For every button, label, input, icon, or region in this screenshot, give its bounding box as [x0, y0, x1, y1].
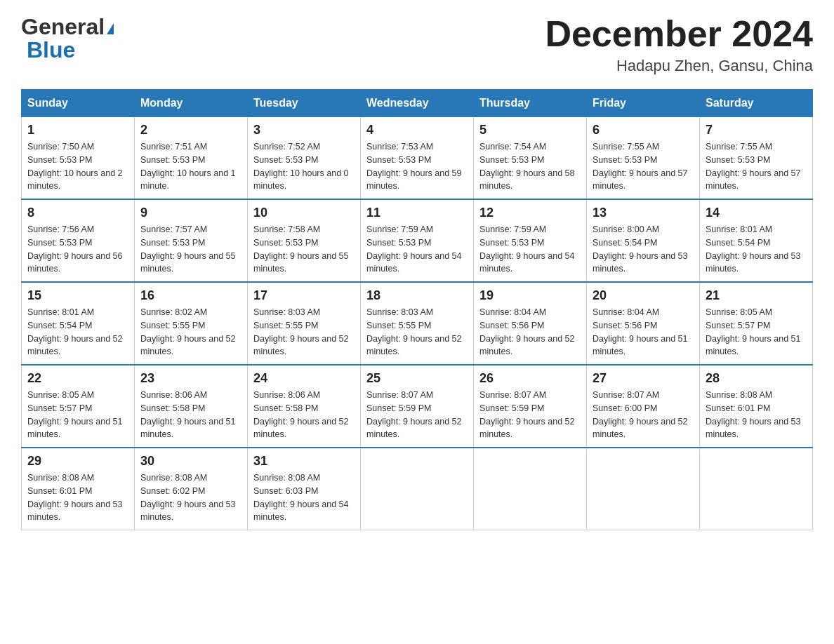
title-block: December 2024 Hadapu Zhen, Gansu, China: [545, 14, 813, 75]
calendar-cell: 21 Sunrise: 8:05 AMSunset: 5:57 PMDaylig…: [700, 282, 813, 365]
day-info: Sunrise: 8:01 AMSunset: 5:54 PMDaylight:…: [706, 224, 801, 274]
calendar-cell: 27 Sunrise: 8:07 AMSunset: 6:00 PMDaylig…: [587, 365, 700, 448]
day-number: 15: [27, 288, 128, 303]
calendar-cell: 20 Sunrise: 8:04 AMSunset: 5:56 PMDaylig…: [587, 282, 700, 365]
header-thursday: Thursday: [474, 90, 587, 117]
day-info: Sunrise: 8:07 AMSunset: 5:59 PMDaylight:…: [479, 390, 575, 439]
day-info: Sunrise: 8:08 AMSunset: 6:01 PMDaylight:…: [706, 390, 801, 439]
calendar-table: SundayMondayTuesdayWednesdayThursdayFrid…: [21, 89, 813, 530]
calendar-cell: 5 Sunrise: 7:54 AMSunset: 5:53 PMDayligh…: [474, 117, 587, 200]
day-number: 5: [479, 123, 581, 137]
day-info: Sunrise: 7:51 AMSunset: 5:53 PMDaylight:…: [140, 142, 236, 191]
calendar-cell: 6 Sunrise: 7:55 AMSunset: 5:53 PMDayligh…: [587, 117, 700, 200]
calendar-cell: 31 Sunrise: 8:08 AMSunset: 6:03 PMDaylig…: [248, 448, 361, 530]
day-info: Sunrise: 8:00 AMSunset: 5:54 PMDaylight:…: [593, 224, 688, 274]
calendar-cell: 8 Sunrise: 7:56 AMSunset: 5:53 PMDayligh…: [22, 199, 135, 282]
day-info: Sunrise: 7:55 AMSunset: 5:53 PMDaylight:…: [593, 142, 688, 191]
day-number: 25: [366, 371, 468, 386]
header-saturday: Saturday: [700, 90, 813, 117]
page-header: General Blue December 2024 Hadapu Zhen, …: [21, 14, 813, 75]
calendar-cell: [587, 448, 700, 530]
calendar-cell: 12 Sunrise: 7:59 AMSunset: 5:53 PMDaylig…: [474, 199, 587, 282]
calendar-header-row: SundayMondayTuesdayWednesdayThursdayFrid…: [22, 90, 813, 117]
day-info: Sunrise: 8:03 AMSunset: 5:55 PMDaylight:…: [253, 307, 349, 356]
day-info: Sunrise: 7:53 AMSunset: 5:53 PMDaylight:…: [366, 142, 462, 191]
calendar-cell: 26 Sunrise: 8:07 AMSunset: 5:59 PMDaylig…: [474, 365, 587, 448]
calendar-cell: [474, 448, 587, 530]
day-number: 6: [593, 123, 694, 137]
day-number: 20: [593, 288, 694, 303]
day-number: 16: [140, 288, 241, 303]
calendar-cell: 28 Sunrise: 8:08 AMSunset: 6:01 PMDaylig…: [700, 365, 813, 448]
day-number: 28: [706, 371, 807, 386]
week-row-5: 29 Sunrise: 8:08 AMSunset: 6:01 PMDaylig…: [22, 448, 813, 530]
calendar-cell: 11 Sunrise: 7:59 AMSunset: 5:53 PMDaylig…: [361, 199, 474, 282]
calendar-cell: 14 Sunrise: 8:01 AMSunset: 5:54 PMDaylig…: [700, 199, 813, 282]
week-row-1: 1 Sunrise: 7:50 AMSunset: 5:53 PMDayligh…: [22, 117, 813, 200]
day-info: Sunrise: 8:03 AMSunset: 5:55 PMDaylight:…: [366, 307, 462, 356]
day-number: 26: [479, 371, 581, 386]
day-number: 29: [27, 454, 128, 469]
day-info: Sunrise: 7:54 AMSunset: 5:53 PMDaylight:…: [479, 142, 575, 191]
logo-triangle-icon: [107, 23, 114, 34]
day-number: 23: [140, 371, 241, 386]
day-info: Sunrise: 8:06 AMSunset: 5:58 PMDaylight:…: [140, 390, 236, 439]
calendar-title: December 2024: [545, 14, 813, 54]
day-info: Sunrise: 7:52 AMSunset: 5:53 PMDaylight:…: [253, 142, 349, 191]
calendar-cell: 13 Sunrise: 8:00 AMSunset: 5:54 PMDaylig…: [587, 199, 700, 282]
day-number: 17: [253, 288, 355, 303]
day-info: Sunrise: 8:05 AMSunset: 5:57 PMDaylight:…: [27, 390, 123, 439]
day-number: 4: [366, 123, 468, 137]
logo: General Blue: [21, 14, 114, 63]
day-info: Sunrise: 8:06 AMSunset: 5:58 PMDaylight:…: [253, 390, 349, 439]
day-info: Sunrise: 8:08 AMSunset: 6:01 PMDaylight:…: [27, 473, 123, 522]
day-number: 2: [140, 123, 241, 137]
header-wednesday: Wednesday: [361, 90, 474, 117]
day-info: Sunrise: 7:55 AMSunset: 5:53 PMDaylight:…: [706, 142, 801, 191]
calendar-cell: 15 Sunrise: 8:01 AMSunset: 5:54 PMDaylig…: [22, 282, 135, 365]
day-info: Sunrise: 8:02 AMSunset: 5:55 PMDaylight:…: [140, 307, 236, 356]
header-friday: Friday: [587, 90, 700, 117]
day-number: 11: [366, 206, 468, 220]
day-number: 8: [27, 206, 128, 220]
day-number: 1: [27, 123, 128, 137]
calendar-cell: 25 Sunrise: 8:07 AMSunset: 5:59 PMDaylig…: [361, 365, 474, 448]
day-info: Sunrise: 8:08 AMSunset: 6:02 PMDaylight:…: [140, 473, 236, 522]
logo-blue-text: Blue: [27, 37, 75, 63]
header-tuesday: Tuesday: [248, 90, 361, 117]
day-info: Sunrise: 7:50 AMSunset: 5:53 PMDaylight:…: [27, 142, 123, 191]
day-number: 21: [706, 288, 807, 303]
day-number: 27: [593, 371, 694, 386]
day-info: Sunrise: 7:58 AMSunset: 5:53 PMDaylight:…: [253, 224, 349, 274]
calendar-cell: 22 Sunrise: 8:05 AMSunset: 5:57 PMDaylig…: [22, 365, 135, 448]
day-info: Sunrise: 8:04 AMSunset: 5:56 PMDaylight:…: [479, 307, 575, 356]
day-info: Sunrise: 7:59 AMSunset: 5:53 PMDaylight:…: [479, 224, 575, 274]
day-number: 22: [27, 371, 128, 386]
header-sunday: Sunday: [22, 90, 135, 117]
calendar-cell: 10 Sunrise: 7:58 AMSunset: 5:53 PMDaylig…: [248, 199, 361, 282]
week-row-4: 22 Sunrise: 8:05 AMSunset: 5:57 PMDaylig…: [22, 365, 813, 448]
calendar-cell: 30 Sunrise: 8:08 AMSunset: 6:02 PMDaylig…: [135, 448, 248, 530]
calendar-cell: 9 Sunrise: 7:57 AMSunset: 5:53 PMDayligh…: [135, 199, 248, 282]
calendar-cell: 4 Sunrise: 7:53 AMSunset: 5:53 PMDayligh…: [361, 117, 474, 200]
day-number: 24: [253, 371, 355, 386]
day-number: 3: [253, 123, 355, 137]
calendar-cell: [361, 448, 474, 530]
day-info: Sunrise: 7:56 AMSunset: 5:53 PMDaylight:…: [27, 224, 123, 274]
calendar-cell: 19 Sunrise: 8:04 AMSunset: 5:56 PMDaylig…: [474, 282, 587, 365]
day-number: 7: [706, 123, 807, 137]
day-number: 31: [253, 454, 355, 469]
calendar-location: Hadapu Zhen, Gansu, China: [545, 57, 813, 75]
day-number: 30: [140, 454, 241, 469]
calendar-cell: 18 Sunrise: 8:03 AMSunset: 5:55 PMDaylig…: [361, 282, 474, 365]
day-info: Sunrise: 8:07 AMSunset: 5:59 PMDaylight:…: [366, 390, 462, 439]
day-number: 10: [253, 206, 355, 220]
day-info: Sunrise: 8:05 AMSunset: 5:57 PMDaylight:…: [706, 307, 801, 356]
day-number: 12: [479, 206, 581, 220]
calendar-cell: 16 Sunrise: 8:02 AMSunset: 5:55 PMDaylig…: [135, 282, 248, 365]
calendar-cell: 29 Sunrise: 8:08 AMSunset: 6:01 PMDaylig…: [22, 448, 135, 530]
calendar-cell: 7 Sunrise: 7:55 AMSunset: 5:53 PMDayligh…: [700, 117, 813, 200]
day-info: Sunrise: 8:01 AMSunset: 5:54 PMDaylight:…: [27, 307, 123, 356]
day-info: Sunrise: 7:59 AMSunset: 5:53 PMDaylight:…: [366, 224, 462, 274]
day-info: Sunrise: 8:04 AMSunset: 5:56 PMDaylight:…: [593, 307, 688, 356]
